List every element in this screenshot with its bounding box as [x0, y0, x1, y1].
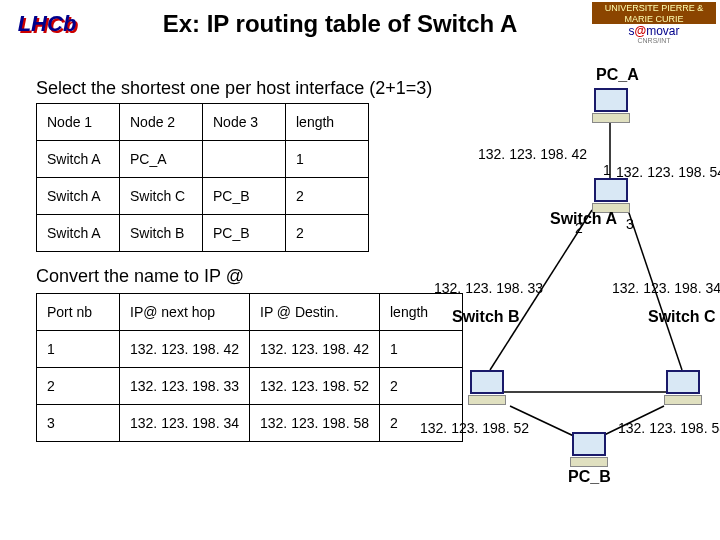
ip-h2: IP@ next hop — [120, 294, 250, 331]
univ-logo-top: UNIVERSITE PIERRE & MARIE CURIE — [592, 2, 716, 24]
ip-sw-a-right: 132. 123. 198. 54 — [616, 164, 720, 180]
cell: 132. 123. 198. 52 — [250, 368, 380, 405]
cell: Switch B — [120, 215, 203, 252]
cell: PC_B — [203, 215, 286, 252]
cell: Switch C — [120, 178, 203, 215]
cell: 132. 123. 198. 42 — [120, 331, 250, 368]
pc-b-icon — [570, 432, 608, 466]
pc-b-label: PC_B — [568, 468, 611, 486]
cell: Switch A — [37, 141, 120, 178]
pc-a-icon — [592, 88, 630, 122]
cell: 2 — [37, 368, 120, 405]
rt-h3: Node 3 — [203, 104, 286, 141]
ip-pc-a: 132. 123. 198. 42 — [478, 146, 587, 162]
table-header-row: Port nb IP@ next hop IP @ Destin. length — [37, 294, 463, 331]
table-header-row: Node 1 Node 2 Node 3 length — [37, 104, 369, 141]
cell: 1 — [286, 141, 369, 178]
cell: 3 — [37, 405, 120, 442]
ip-sw-b-bot: 132. 123. 198. 52 — [420, 420, 529, 436]
cell: PC_B — [203, 178, 286, 215]
table-row: 2 132. 123. 198. 33 132. 123. 198. 52 2 — [37, 368, 463, 405]
ip-table: Port nb IP@ next hop IP @ Destin. length… — [36, 293, 463, 442]
cell: 1 — [37, 331, 120, 368]
cell: 132. 123. 198. 42 — [250, 331, 380, 368]
ip-h1: Port nb — [37, 294, 120, 331]
ip-sw-c-bot: 132. 123. 198. 58 — [618, 420, 720, 436]
cell: 132. 123. 198. 58 — [250, 405, 380, 442]
cell: 132. 123. 198. 34 — [120, 405, 250, 442]
rt-h4: length — [286, 104, 369, 141]
rt-h2: Node 2 — [120, 104, 203, 141]
port-3: 3 — [626, 216, 634, 232]
switch-a-icon — [592, 178, 630, 212]
cell: 2 — [286, 178, 369, 215]
ip-sw-b-top: 132. 123. 198. 33 — [434, 280, 543, 296]
pc-a-label: PC_A — [596, 66, 639, 84]
switch-c-label: Switch C — [648, 308, 716, 326]
network-diagram: PC_A Switch A Switch B Switch C PC_B 132… — [420, 70, 720, 460]
lhcb-logo: LHCb — [4, 4, 90, 44]
cell: PC_A — [120, 141, 203, 178]
table-row: Switch A Switch C PC_B 2 — [37, 178, 369, 215]
switch-b-label: Switch B — [452, 308, 520, 326]
cell: Switch A — [37, 215, 120, 252]
cell: 2 — [286, 215, 369, 252]
cell: 132. 123. 198. 33 — [120, 368, 250, 405]
ip-sw-c-top: 132. 123. 198. 34 — [612, 280, 720, 296]
table-row: Switch A Switch B PC_B 2 — [37, 215, 369, 252]
table-row: 3 132. 123. 198. 34 132. 123. 198. 58 2 — [37, 405, 463, 442]
port-1: 1 — [603, 162, 611, 178]
switch-b-icon — [468, 370, 506, 404]
cell: Switch A — [37, 178, 120, 215]
cell — [203, 141, 286, 178]
ip-h3: IP @ Destin. — [250, 294, 380, 331]
table-row: Switch A PC_A 1 — [37, 141, 369, 178]
header: LHCb Ex: IP routing table of Switch A UN… — [0, 0, 720, 48]
page-title: Ex: IP routing table of Switch A — [90, 10, 590, 38]
routing-table: Node 1 Node 2 Node 3 length Switch A PC_… — [36, 103, 369, 252]
switch-c-icon — [664, 370, 702, 404]
switch-a-label: Switch A — [550, 210, 617, 228]
rt-h1: Node 1 — [37, 104, 120, 141]
univ-logo: UNIVERSITE PIERRE & MARIE CURIE s@movar … — [592, 2, 716, 46]
port-2: 2 — [575, 220, 583, 236]
univ-logo-bottom: s@movar CNRS/INT — [592, 24, 716, 44]
table-row: 1 132. 123. 198. 42 132. 123. 198. 42 1 — [37, 331, 463, 368]
